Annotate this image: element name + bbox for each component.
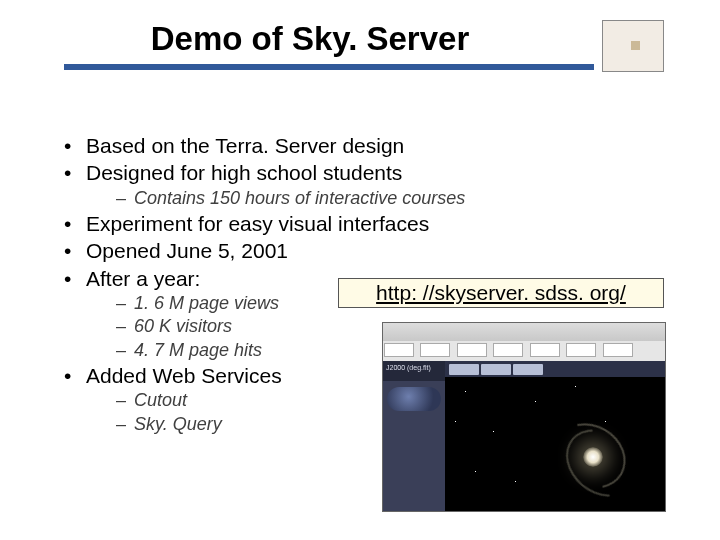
bullet-text: Added Web Services: [86, 364, 282, 387]
url-box[interactable]: http: //skyserver. sdss. org/: [338, 278, 664, 308]
thumb-toolbar-cell: [530, 343, 560, 357]
bullet-text: After a year:: [86, 267, 200, 290]
thumb-toolbar-cell: [566, 343, 596, 357]
title-rule: [64, 64, 594, 70]
url-text: http: //skyserver. sdss. org/: [376, 281, 626, 305]
thumb-toolbar: [383, 341, 665, 362]
sdss-logo-icon: [387, 387, 441, 411]
screenshot-thumbnail: J2000 (deg.flt): [382, 322, 666, 512]
sub-bullet-item: Contains 150 hours of interactive course…: [86, 187, 670, 210]
star-icon: [455, 421, 456, 422]
bullet-item: Experiment for easy visual interfaces: [60, 210, 670, 237]
thumb-toolbar-cell: [493, 343, 523, 357]
thumb-toolbar-cell: [457, 343, 487, 357]
star-icon: [575, 386, 576, 387]
thumb-sidebar-header: J2000 (deg.flt): [383, 361, 445, 381]
slide: Demo of Sky. Server Based on the Terra. …: [0, 0, 720, 540]
star-icon: [465, 391, 466, 392]
thumb-titlebar: [383, 323, 665, 342]
bullet-text: Designed for high school students: [86, 161, 402, 184]
thumb-button-bar: [445, 361, 665, 377]
thumb-toolbar-cell: [384, 343, 414, 357]
thumb-button: [449, 364, 479, 375]
thumb-sidebar: J2000 (deg.flt): [383, 361, 445, 511]
title-area: Demo of Sky. Server: [0, 20, 720, 70]
sub-bullet-list: Contains 150 hours of interactive course…: [86, 187, 670, 210]
bullet-item: Based on the Terra. Server design: [60, 132, 670, 159]
thumb-toolbar-cell: [420, 343, 450, 357]
thumb-button: [513, 364, 543, 375]
bullet-item: Designed for high school students Contai…: [60, 159, 670, 210]
thumb-toolbar-cell: [603, 343, 633, 357]
star-icon: [515, 481, 516, 482]
star-icon: [493, 431, 494, 432]
galaxy-icon: [541, 417, 651, 497]
thumb-button: [481, 364, 511, 375]
bullet-item: Opened June 5, 2001: [60, 237, 670, 264]
star-icon: [535, 401, 536, 402]
star-icon: [475, 471, 476, 472]
slide-title: Demo of Sky. Server: [0, 20, 580, 58]
thumb-sky-view: [445, 361, 665, 511]
